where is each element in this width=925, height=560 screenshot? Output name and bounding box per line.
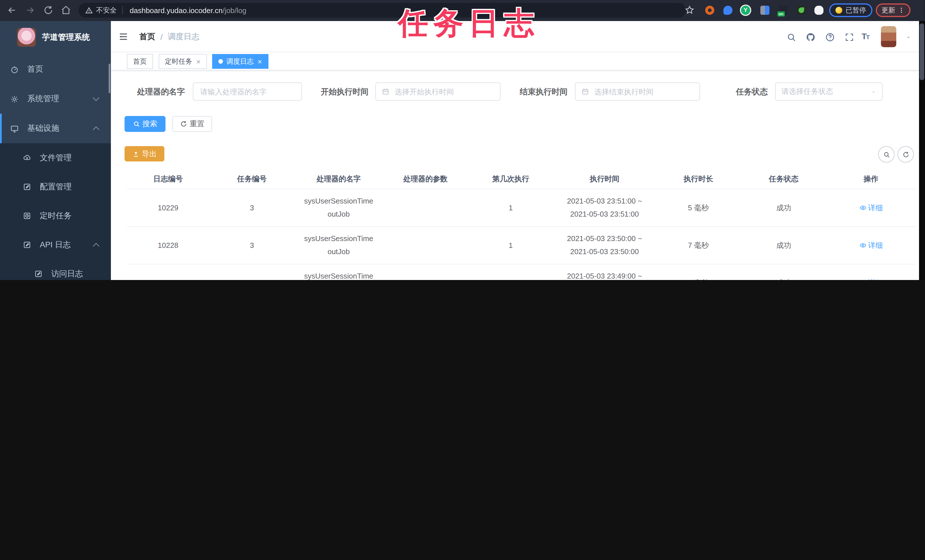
column-header: 执行时长 xyxy=(656,169,741,189)
table-cell: 3 xyxy=(209,264,295,280)
sidebar: 芋道管理系统 首页系统管理基础设施文件管理配置管理定时任务API 日志访问日志错… xyxy=(0,21,111,280)
reset-button[interactable]: 重置 xyxy=(172,116,212,132)
handler-name-input[interactable] xyxy=(193,83,302,101)
refresh-table-button[interactable] xyxy=(898,146,914,163)
sidebar-item-label: 首页 xyxy=(27,64,43,74)
extension-on-icon[interactable]: on xyxy=(779,6,788,15)
profile-paused-badge[interactable]: 已暂停 xyxy=(829,3,872,17)
detail-link[interactable]: 详细 xyxy=(859,203,883,213)
sidebar-item-file-mgmt[interactable]: 文件管理 xyxy=(0,143,111,172)
sidebar-item-system-mgmt[interactable]: 系统管理 xyxy=(0,84,111,114)
help-icon[interactable] xyxy=(825,32,835,42)
browser-update-button[interactable]: 更新 xyxy=(876,3,910,17)
reload-icon[interactable] xyxy=(43,5,53,15)
breadcrumb-home[interactable]: 首页 xyxy=(139,32,155,42)
security-label[interactable]: 不安全 xyxy=(96,5,117,15)
timer-icon xyxy=(23,211,31,220)
refresh-icon xyxy=(180,120,187,127)
update-label: 更新 xyxy=(881,5,895,15)
extension-green-icon[interactable]: Y xyxy=(741,6,750,15)
sidebar-item-scheduled-tasks[interactable]: 定时任务 xyxy=(0,201,111,230)
start-time-input[interactable] xyxy=(375,83,500,101)
app-logo-row[interactable]: 芋道管理系统 xyxy=(0,21,111,52)
column-header: 第几次执行 xyxy=(468,169,553,189)
chevron-up-icon xyxy=(93,126,99,133)
chevron-down-icon[interactable] xyxy=(906,36,911,39)
cloud-upload-icon xyxy=(23,154,31,162)
column-header: 日志编号 xyxy=(127,169,209,189)
detail-link[interactable]: 详细 xyxy=(859,240,883,250)
column-header: 任务状态 xyxy=(741,169,826,189)
table-cell: 10228 xyxy=(127,227,209,264)
table-cell: 1 xyxy=(468,264,553,280)
hamburger-icon[interactable] xyxy=(118,32,129,42)
column-header: 任务编号 xyxy=(209,169,295,189)
search-icon[interactable] xyxy=(786,32,796,42)
tab-home[interactable]: 首页 xyxy=(127,54,153,69)
dashboard-icon xyxy=(10,65,19,74)
app-logo xyxy=(17,28,36,47)
sidebar-item-label: 基础设施 xyxy=(27,123,59,134)
table-row: 102283sysUserSessionTimeoutJob12021-05-0… xyxy=(127,227,916,264)
back-icon[interactable] xyxy=(7,5,17,15)
sidebar-scrollbar[interactable] xyxy=(108,64,110,93)
table-cell: 5 毫秒 xyxy=(656,189,741,226)
table-cell: 3 xyxy=(209,227,295,264)
toggle-search-button[interactable] xyxy=(878,146,895,163)
table-cell: 7 毫秒 xyxy=(656,227,741,264)
eye-icon xyxy=(859,242,866,249)
job-status-label: 任务状态 xyxy=(734,83,768,101)
table-cell: 3 xyxy=(209,189,295,226)
search-button[interactable]: 搜索 xyxy=(125,116,166,132)
table-cell: 1 xyxy=(468,189,553,226)
end-time-input[interactable] xyxy=(575,83,700,101)
sidebar-item-label: 系统管理 xyxy=(27,94,59,104)
sidebar-menu: 首页系统管理基础设施文件管理配置管理定时任务API 日志访问日志错误日志MySQ… xyxy=(0,54,111,280)
menu-dots-icon[interactable] xyxy=(898,6,905,14)
action-cell: 详细 xyxy=(826,227,916,264)
detail-link[interactable]: 详细 xyxy=(859,278,883,280)
fullscreen-icon[interactable] xyxy=(845,32,854,42)
gear-icon xyxy=(10,95,19,103)
extension-leaf-icon[interactable] xyxy=(797,6,806,15)
sidebar-item-api-log[interactable]: API 日志 xyxy=(0,230,111,259)
github-icon[interactable] xyxy=(806,32,815,42)
close-icon[interactable]: × xyxy=(196,58,200,65)
search-icon xyxy=(883,151,890,158)
sidebar-item-infrastructure[interactable]: 基础设施 xyxy=(0,114,111,143)
font-size-icon[interactable]: TT xyxy=(862,31,869,41)
handler-name-label: 处理器的名字 xyxy=(136,83,185,101)
tab-job-log[interactable]: 调度日志× xyxy=(212,54,268,69)
export-button[interactable]: 导出 xyxy=(125,146,164,161)
extension-grid-icon[interactable] xyxy=(760,6,770,15)
edit-icon xyxy=(23,241,31,249)
monitor-icon xyxy=(10,124,19,133)
eye-icon xyxy=(859,204,866,211)
extension-orange-icon[interactable] xyxy=(705,6,714,15)
chevron-down-icon xyxy=(93,95,99,101)
sidebar-item-access-log[interactable]: 访问日志 xyxy=(0,259,111,280)
extension-paw-icon[interactable] xyxy=(814,6,824,15)
sidebar-item-label: 文件管理 xyxy=(40,153,72,163)
job-status-select[interactable]: 请选择任务状态 xyxy=(775,83,883,101)
sidebar-item-config-mgmt[interactable]: 配置管理 xyxy=(0,172,111,201)
execute-time-cell: 2021-05-03 23:50:00 ~2021-05-03 23:50:00 xyxy=(553,227,656,264)
calendar-icon xyxy=(382,87,390,95)
tab-scheduled-tasks[interactable]: 定时任务× xyxy=(159,54,207,69)
table-cell: 10229 xyxy=(127,189,209,226)
extension-drop-icon[interactable] xyxy=(723,6,732,15)
bookmark-star-icon[interactable] xyxy=(685,5,695,15)
scrollbar-thumb[interactable] xyxy=(920,23,924,80)
tag-bar: 首页 定时任务× 调度日志× xyxy=(111,52,919,71)
table-cell xyxy=(383,227,468,264)
home-icon[interactable] xyxy=(61,5,71,15)
avatar[interactable] xyxy=(881,26,896,47)
calendar-icon xyxy=(581,87,589,95)
close-icon[interactable]: × xyxy=(258,58,262,65)
sidebar-item-label: 配置管理 xyxy=(40,182,72,192)
url-text[interactable]: dashboard.yudao.iocoder.cn/job/log xyxy=(130,6,247,15)
page-scrollbar[interactable] xyxy=(919,21,925,280)
url-bar[interactable]: 不安全 dashboard.yudao.iocoder.cn/job/log xyxy=(78,3,686,18)
sidebar-item-home[interactable]: 首页 xyxy=(0,54,111,84)
forward-icon[interactable] xyxy=(25,5,35,15)
